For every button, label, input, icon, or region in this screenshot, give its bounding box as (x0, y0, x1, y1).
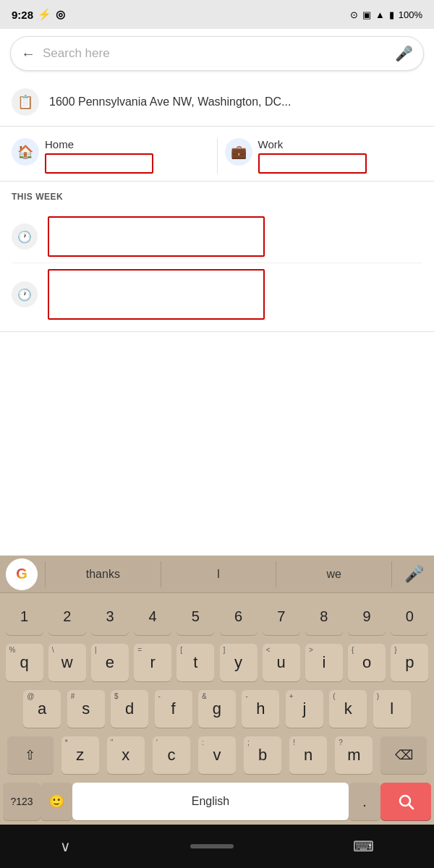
key-e[interactable]: |e (91, 644, 129, 681)
flash-icon: ⚡ (38, 8, 51, 21)
zxcv-row: ⇧ *z "x 'c :v ;b !n ?m ⌫ (0, 732, 434, 778)
nav-keyboard-icon[interactable]: ⌨ (353, 838, 374, 855)
key-z[interactable]: *z (61, 736, 99, 774)
key-t[interactable]: [t (176, 644, 214, 681)
key-c[interactable]: 'c (153, 736, 190, 774)
work-text-col: Work (258, 138, 367, 174)
key-h[interactable]: -h (242, 690, 279, 728)
key-4[interactable]: 4 (134, 597, 171, 635)
key-0[interactable]: 0 (391, 597, 428, 635)
key-1[interactable]: 1 (6, 597, 43, 635)
status-right: ⊙ ▣ ▲ ▮ 100% (350, 9, 422, 20)
number-row: 1 2 3 4 5 6 7 8 9 0 (0, 593, 434, 639)
key-k[interactable]: (k (329, 690, 367, 728)
period-key[interactable]: . (349, 783, 380, 820)
mic-icon[interactable]: 🎤 (395, 45, 413, 62)
svg-line-1 (409, 804, 413, 809)
key-5[interactable]: 5 (176, 597, 214, 635)
history-text-box-2[interactable] (48, 269, 265, 320)
home-work-row: 🏠 Home 💼 Work (0, 127, 434, 182)
key-r[interactable]: =r (134, 644, 171, 681)
location-icon: ⊙ (350, 9, 358, 20)
key-w[interactable]: \w (48, 644, 86, 681)
key-x[interactable]: "x (107, 736, 145, 774)
history-clock-icon-2: 🕐 (12, 281, 38, 307)
key-p[interactable]: }p (391, 644, 428, 681)
suggestions-row: G thanks I we 🎤 (0, 556, 434, 593)
history-text-box-1[interactable] (48, 216, 265, 257)
key-f[interactable]: -f (155, 690, 192, 728)
suggestion-word-3[interactable]: we (284, 568, 384, 581)
space-key[interactable]: English (72, 783, 349, 820)
nav-back-icon[interactable]: ∨ (60, 838, 71, 855)
work-item[interactable]: 💼 Work (225, 138, 423, 174)
home-text-col: Home (45, 138, 153, 174)
key-i[interactable]: >i (305, 644, 343, 681)
work-label: Work (258, 138, 367, 150)
address-text: 1600 Pennsylvania Ave NW, Washington, DC… (49, 95, 291, 109)
key-j[interactable]: +j (286, 690, 323, 728)
suggestion-mic-icon[interactable]: 🎤 (399, 565, 428, 584)
asdf-row: @a #s $d -f &g -h +j (k )l (0, 686, 434, 732)
wifi-icon: ▲ (375, 9, 385, 20)
status-bar: 9:28 ⚡ ◎ ⊙ ▣ ▲ ▮ 100% (0, 0, 434, 29)
key-9[interactable]: 9 (348, 597, 386, 635)
key-7[interactable]: 7 (263, 597, 300, 635)
work-icon: 💼 (225, 138, 252, 166)
num-key[interactable]: ?123 (3, 783, 41, 820)
google-g: G (16, 566, 27, 582)
key-a[interactable]: @a (23, 690, 61, 728)
qwerty-row: %q \w |e =r [t ]y <u >i {o }p (0, 639, 434, 686)
this-week-section: THIS WEEK 🕐 🕐 (0, 182, 434, 332)
address-icon: 📋 (12, 88, 39, 116)
history-item-2[interactable]: 🕐 (12, 263, 422, 326)
address-row[interactable]: 📋 1600 Pennsylvania Ave NW, Washington, … (0, 78, 434, 127)
key-q[interactable]: %q (6, 644, 43, 681)
home-input-box[interactable] (45, 153, 153, 174)
key-u[interactable]: <u (263, 644, 300, 681)
back-button[interactable]: ← (21, 46, 35, 62)
search-bar-container: ← Search here 🎤 (0, 29, 434, 78)
key-3[interactable]: 3 (91, 597, 129, 635)
search-key[interactable] (380, 783, 431, 820)
suggestion-divider-1 (45, 561, 46, 587)
key-m[interactable]: ?m (335, 736, 373, 774)
key-n[interactable]: !n (289, 736, 327, 774)
home-icon: 🏠 (12, 138, 39, 166)
home-item[interactable]: 🏠 Home (12, 138, 210, 174)
work-input-box[interactable] (258, 153, 367, 174)
key-b[interactable]: ;b (244, 736, 281, 774)
key-2[interactable]: 2 (48, 597, 86, 635)
suggestion-divider-4 (391, 561, 392, 587)
key-l[interactable]: )l (373, 690, 411, 728)
suggestion-divider-3 (276, 561, 276, 587)
circle-icon: ◎ (56, 8, 65, 21)
suggestion-divider-2 (161, 561, 161, 587)
history-item-1[interactable]: 🕐 (12, 210, 422, 263)
nav-bar: ∨ ⌨ (0, 825, 434, 868)
hw-divider (217, 138, 218, 174)
delete-key[interactable]: ⌫ (380, 736, 427, 774)
battery-percent: 100% (399, 9, 422, 20)
key-g[interactable]: &g (198, 690, 236, 728)
search-placeholder: Search here (43, 46, 395, 61)
key-6[interactable]: 6 (220, 597, 258, 635)
nav-home-pill[interactable] (190, 844, 234, 848)
vibrate-icon: ▣ (362, 9, 371, 20)
status-left: 9:28 ⚡ ◎ (12, 8, 65, 21)
key-d[interactable]: $d (111, 690, 148, 728)
key-v[interactable]: :v (198, 736, 236, 774)
suggestion-word-1[interactable]: thanks (53, 568, 153, 581)
emoji-key[interactable]: 🙂 (41, 783, 72, 820)
history-clock-icon-1: 🕐 (12, 224, 38, 250)
status-time: 9:28 (12, 9, 33, 21)
search-bar[interactable]: ← Search here 🎤 (10, 36, 424, 71)
suggestion-word-2[interactable]: I (169, 568, 269, 581)
key-o[interactable]: {o (348, 644, 386, 681)
shift-key[interactable]: ⇧ (7, 736, 54, 774)
key-8[interactable]: 8 (305, 597, 343, 635)
key-s[interactable]: #s (67, 690, 105, 728)
battery-icon: ▮ (389, 9, 394, 20)
google-logo: G (6, 558, 38, 590)
key-y[interactable]: ]y (220, 644, 258, 681)
